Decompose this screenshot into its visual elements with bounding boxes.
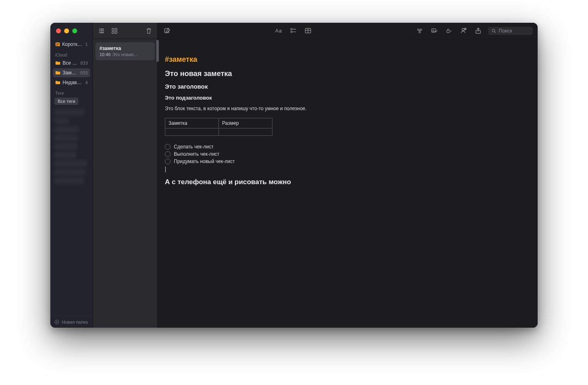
note-title: Это новая заметка	[165, 70, 530, 78]
plus-circle-icon	[54, 320, 59, 324]
delete-note-button[interactable]	[144, 26, 153, 35]
note-table[interactable]: Заметка Размер	[165, 118, 272, 136]
tag-blurred	[54, 152, 76, 159]
svg-point-17	[432, 30, 433, 30]
quick-count: 1	[85, 42, 88, 47]
app-window: Коротки... 1 iCloud Все iCl... 833 Замет…	[50, 23, 538, 328]
checklist-icon	[290, 27, 297, 34]
compose-note-button[interactable]	[162, 26, 171, 35]
checklist-item-label: Придумать новый чек-лист	[174, 159, 235, 164]
checklist-item[interactable]: Придумать новый чек-лист	[165, 159, 530, 164]
tag-blurred	[54, 117, 69, 124]
folder-icon	[55, 80, 61, 85]
new-folder-label: Новая папка	[62, 320, 88, 324]
svg-rect-7	[112, 31, 114, 33]
new-folder-button[interactable]: Новая папка	[50, 316, 93, 328]
sidebar: Коротки... 1 iCloud Все iCl... 833 Замет…	[50, 23, 93, 328]
close-window-button[interactable]	[56, 28, 61, 33]
folder-count: 833	[80, 70, 88, 75]
share-button[interactable]	[473, 26, 482, 35]
sidebar-folder-notes[interactable]: Заметки 833	[53, 68, 90, 77]
note-list-item-title: #заметка	[99, 46, 151, 51]
folder-label: Все iCl...	[63, 60, 78, 66]
table-header-cell[interactable]: Размер	[219, 118, 272, 128]
lock-button[interactable]	[444, 26, 453, 35]
checklist-item[interactable]: Выполнить чек-лист	[165, 151, 530, 157]
tag-blurred	[54, 135, 78, 141]
drawing-heading: А с телефона ещё и рисовать можно	[165, 178, 530, 186]
table-icon	[305, 27, 311, 34]
folder-count: 833	[80, 61, 88, 65]
all-tags-chip[interactable]: Все теги	[54, 98, 78, 105]
svg-point-11	[290, 31, 292, 33]
note-list: #заметка 10:46Это новая...	[93, 23, 158, 328]
note-tag: #заметка	[165, 55, 530, 64]
text-format-button[interactable]: Aa	[274, 26, 283, 35]
table-button[interactable]	[303, 26, 312, 35]
note-list-body: #заметка 10:46Это новая...	[93, 39, 157, 328]
list-toolbar	[93, 23, 157, 39]
window-controls	[50, 23, 93, 38]
svg-point-15	[419, 31, 420, 33]
sidebar-quick-notes[interactable]: Коротки... 1	[53, 40, 90, 49]
link-button[interactable]	[415, 26, 424, 35]
svg-rect-3	[56, 45, 58, 46]
person-add-icon	[460, 27, 467, 34]
note-list-item[interactable]: #заметка 10:46Это новая...	[95, 42, 155, 60]
table-header-cell[interactable]: Заметка	[165, 118, 219, 128]
collaborate-button[interactable]	[459, 26, 468, 35]
svg-rect-5	[112, 28, 114, 30]
section-icloud: iCloud	[53, 50, 90, 59]
tag-blurred	[54, 109, 84, 116]
tag-blurred	[54, 169, 85, 176]
folder-icon	[55, 71, 61, 75]
sidebar-folder-recent[interactable]: Недавн... 4	[53, 78, 90, 87]
checkbox-unchecked-icon[interactable]	[165, 151, 171, 157]
folder-label: Заметки	[63, 70, 78, 76]
text-cursor	[165, 167, 166, 172]
lock-icon	[445, 27, 452, 34]
search-placeholder: Поиск	[499, 28, 512, 34]
tag-blurred	[54, 126, 79, 133]
media-button[interactable]	[430, 26, 439, 35]
svg-rect-8	[115, 31, 117, 33]
editor-pane: Aa	[158, 23, 538, 328]
checkbox-unchecked-icon[interactable]	[165, 144, 171, 150]
search-input[interactable]: Поиск	[488, 27, 533, 35]
compose-icon	[164, 27, 171, 34]
scrollbar-thumb[interactable]	[156, 40, 159, 62]
svg-rect-18	[447, 30, 450, 33]
editor-toolbar: Aa	[158, 23, 538, 39]
right-tools-group: Поиск	[415, 26, 533, 35]
checklist-item[interactable]: Сделать чек-лист	[165, 144, 530, 150]
zoom-window-button[interactable]	[72, 28, 77, 33]
tag-blurred	[54, 160, 87, 167]
folder-label: Недавн...	[63, 80, 83, 85]
tag-blurred	[54, 177, 84, 184]
sidebar-folder-all-icloud[interactable]: Все iCl... 833	[53, 59, 90, 67]
checklist-button[interactable]	[289, 26, 298, 35]
table-cell[interactable]	[219, 128, 272, 136]
grid-icon	[111, 28, 118, 34]
gallery-view-button[interactable]	[110, 26, 119, 35]
search-icon	[491, 28, 496, 33]
table-row	[165, 128, 272, 136]
list-icon	[98, 28, 105, 34]
svg-rect-2	[56, 44, 59, 45]
checkbox-unchecked-icon[interactable]	[165, 159, 171, 164]
quick-note-icon	[55, 42, 60, 47]
checklist: Сделать чек-лист Выполнить чек-лист Прид…	[165, 144, 530, 164]
table-cell[interactable]	[165, 128, 219, 136]
editor-body[interactable]: #заметка Это новая заметка Это заголовок…	[158, 39, 538, 328]
minimize-window-button[interactable]	[64, 28, 69, 33]
share-icon	[475, 27, 482, 34]
svg-rect-6	[115, 28, 117, 30]
quick-label: Коротки...	[62, 41, 83, 47]
link-icon	[416, 27, 423, 34]
note-subheading: Это подзаголовок	[165, 95, 530, 101]
folder-icon	[55, 61, 61, 65]
sidebar-content: Коротки... 1 iCloud Все iCl... 833 Замет…	[50, 38, 93, 316]
svg-rect-1	[56, 44, 59, 44]
table-row: Заметка Размер	[165, 118, 272, 128]
list-view-button[interactable]	[97, 26, 106, 35]
